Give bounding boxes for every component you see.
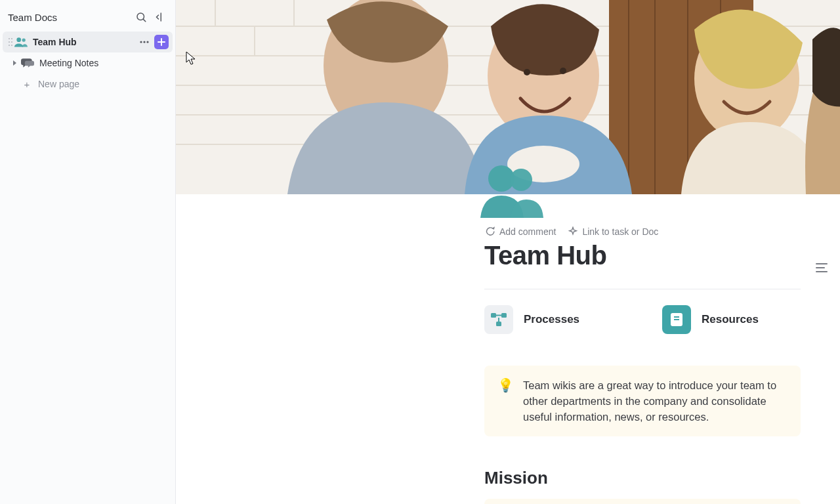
add-comment-label: Add comment [499, 226, 556, 237]
drag-handle-icon[interactable] [7, 37, 14, 47]
sidebar-item-team-hub[interactable]: Team Hub [3, 32, 173, 52]
callout-tip[interactable]: 💡 Team wikis are a great way to introduc… [484, 366, 801, 436]
tile-processes[interactable]: Processes [484, 305, 623, 334]
nav-item-actions [137, 35, 169, 49]
caret-right-icon[interactable] [10, 58, 20, 68]
plus-icon: + [21, 79, 33, 90]
doc-meta-row: Add comment Link to task or Doc [484, 226, 801, 237]
svg-point-10 [22, 38, 26, 41]
book-icon [662, 305, 691, 334]
collapse-sidebar-icon[interactable] [152, 9, 167, 25]
svg-point-38 [510, 169, 532, 191]
link-tiles: Processes Resources [484, 305, 801, 334]
search-icon[interactable] [133, 9, 149, 25]
svg-point-11 [140, 41, 142, 43]
tile-label: Processes [524, 313, 579, 326]
svg-point-9 [16, 37, 21, 42]
svg-point-3 [9, 38, 10, 39]
svg-point-6 [11, 41, 12, 43]
link-task-button[interactable]: Link to task or Doc [568, 226, 658, 237]
new-page-button[interactable]: + New page [3, 74, 173, 94]
sidebar: Team Docs Team Hub [0, 0, 176, 504]
sidebar-item-label: Team Hub [33, 37, 77, 47]
add-comment-button[interactable]: Add comment [484, 226, 556, 237]
document-title[interactable]: Team Hub [484, 241, 801, 270]
add-subpage-button[interactable] [154, 35, 169, 49]
svg-rect-43 [501, 313, 507, 318]
svg-point-34 [560, 68, 566, 74]
svg-point-7 [9, 45, 10, 46]
new-page-label: New page [38, 79, 79, 89]
document-body: Add comment Link to task or Doc Team Hub… [176, 194, 840, 504]
page-emoji-icon[interactable] [479, 163, 545, 220]
bulb-icon: 💡 [497, 377, 514, 425]
svg-point-13 [146, 41, 148, 43]
svg-line-1 [143, 19, 145, 21]
svg-point-33 [524, 69, 530, 75]
section-heading-mission[interactable]: Mission [484, 468, 801, 488]
people-icon [14, 35, 28, 49]
divider [484, 289, 801, 289]
callout-text: Team wikis are a great way to introduce … [523, 377, 788, 425]
sidebar-item-label: Meeting Notes [39, 58, 98, 68]
link-task-label: Link to task or Doc [582, 226, 658, 237]
toc-toggle-icon[interactable] [815, 262, 828, 276]
flowchart-icon [484, 305, 513, 334]
sidebar-header: Team Docs [0, 4, 175, 32]
tile-resources[interactable]: Resources [662, 305, 801, 334]
sidebar-item-meeting-notes[interactable]: Meeting Notes [3, 52, 173, 74]
more-icon[interactable] [137, 35, 152, 49]
tile-label: Resources [702, 313, 759, 326]
svg-rect-44 [496, 322, 501, 326]
svg-point-5 [9, 41, 10, 43]
svg-point-12 [143, 41, 145, 43]
svg-point-8 [11, 45, 12, 46]
workspace-title[interactable]: Team Docs [8, 12, 133, 23]
document-main: Add comment Link to task or Doc Team Hub… [176, 0, 840, 504]
sidebar-nav: Team Hub Meeting Notes + New pag [0, 32, 175, 94]
callout-mission-placeholder[interactable]: Share your team's mission to everybody i… [484, 499, 801, 504]
svg-rect-42 [491, 313, 496, 318]
chat-bubbles-icon [21, 56, 34, 70]
svg-point-4 [11, 38, 12, 39]
